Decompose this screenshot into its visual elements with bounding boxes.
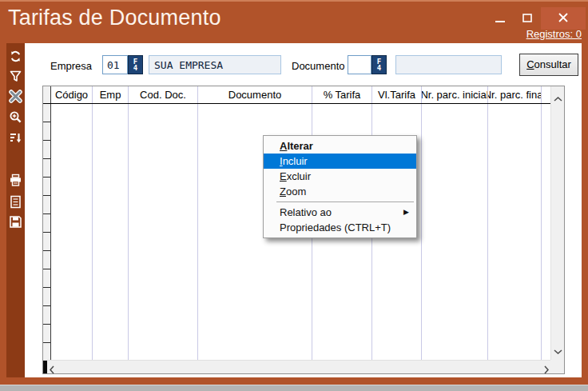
column-header-emp[interactable]: Emp [93, 86, 129, 103]
menu-item-propriedades[interactable]: Propriedades (CTRL+T) [264, 220, 416, 235]
grid-column-parc-final [488, 104, 542, 361]
consultar-label: Consultar [526, 54, 571, 74]
menu-item-excluir[interactable]: Excluir [264, 169, 416, 184]
documento-f4-button[interactable]: F4 [371, 55, 387, 74]
documento-name-field [395, 55, 502, 74]
empresa-label: Empresa [50, 60, 92, 72]
menu-item-label: Zoom [280, 184, 306, 199]
menu-item-label: Relativo ao [280, 205, 332, 220]
grid-column-emp [93, 104, 129, 361]
f4-label: F4 [133, 58, 138, 71]
f4-label: F4 [377, 58, 382, 71]
cancel-icon[interactable] [9, 90, 22, 103]
menu-item-label: Propriedades (CTRL+T) [280, 220, 391, 235]
maximize-icon [522, 11, 532, 26]
column-header-parc-final[interactable]: Nr. parc. final [488, 86, 542, 103]
close-button[interactable] [541, 7, 586, 30]
column-header-cod-doc[interactable]: Cod. Doc. [129, 86, 198, 103]
desktop-strip [0, 385, 588, 391]
documento-code-input[interactable] [348, 55, 371, 74]
column-header-tarifa-pct[interactable]: % Tarifa [312, 86, 372, 103]
menu-separator [276, 201, 414, 202]
print-icon[interactable] [9, 174, 22, 187]
scrollbar-corner [550, 360, 564, 373]
refresh-icon[interactable] [9, 50, 22, 63]
context-menu: Alterar Incluir Excluir Zoom Relativo ao… [263, 135, 417, 238]
documento-label: Documento [292, 60, 344, 72]
maximize-button[interactable] [514, 7, 541, 30]
menu-item-label: Excluir [280, 169, 311, 184]
column-header-vl-tarifa[interactable]: Vl.Tarifa [372, 86, 422, 103]
menu-item-incluir[interactable]: Incluir [264, 154, 416, 169]
grid-header-row: Código Emp Cod. Doc. Documento % Tarifa … [43, 86, 552, 104]
screen: Tarifas de Documento Registros: 0 [0, 0, 588, 391]
minimize-button[interactable] [487, 7, 514, 30]
menu-item-alterar[interactable]: Alterar [264, 138, 416, 154]
grid-column-codigo [51, 104, 93, 361]
zoom-in-icon[interactable] [9, 110, 22, 124]
save-icon[interactable] [9, 215, 22, 229]
column-header-parc-inicial[interactable]: Nr. parc. inicial [422, 86, 488, 103]
grid-column-parc-inicial [422, 104, 488, 361]
horizontal-scrollbar[interactable] [43, 360, 552, 373]
minimize-icon [495, 11, 505, 26]
window-title: Tarifas de Documento [8, 6, 221, 30]
empresa-code-input[interactable]: 01 [102, 55, 128, 74]
consultar-button[interactable]: Consultar [519, 54, 578, 76]
filter-icon[interactable] [9, 70, 22, 83]
submenu-arrow-icon: ▶ [403, 205, 409, 220]
scroll-up-icon[interactable] [554, 90, 562, 105]
grid-row-indicator-column [43, 104, 51, 361]
column-header-codigo[interactable]: Código [51, 86, 93, 103]
left-toolbar [6, 43, 25, 377]
scroll-right-icon[interactable] [544, 363, 549, 377]
horizontal-scroll-thumb[interactable] [43, 361, 47, 373]
grid-indicator-header [43, 86, 51, 103]
menu-item-label: Incluir [280, 154, 308, 169]
scroll-left-icon[interactable] [50, 363, 54, 377]
registros-counter[interactable]: Registros: 0 [526, 28, 582, 40]
sort-icon[interactable] [9, 131, 22, 145]
scroll-down-icon[interactable] [554, 343, 562, 357]
empresa-f4-button[interactable]: F4 [128, 55, 143, 74]
close-icon [558, 11, 568, 26]
vertical-scrollbar[interactable] [550, 86, 564, 361]
menu-item-zoom[interactable]: Zoom [264, 184, 416, 199]
report-icon[interactable] [9, 195, 22, 209]
empresa-name-field: SUA EMPRESA [149, 55, 281, 74]
grid-column-cod-doc [129, 104, 198, 361]
menu-item-label: Alterar [280, 138, 313, 154]
window-controls [487, 7, 586, 30]
menu-item-relativo-ao[interactable]: Relativo ao ▶ [264, 205, 416, 220]
column-header-documento[interactable]: Documento [198, 86, 312, 103]
